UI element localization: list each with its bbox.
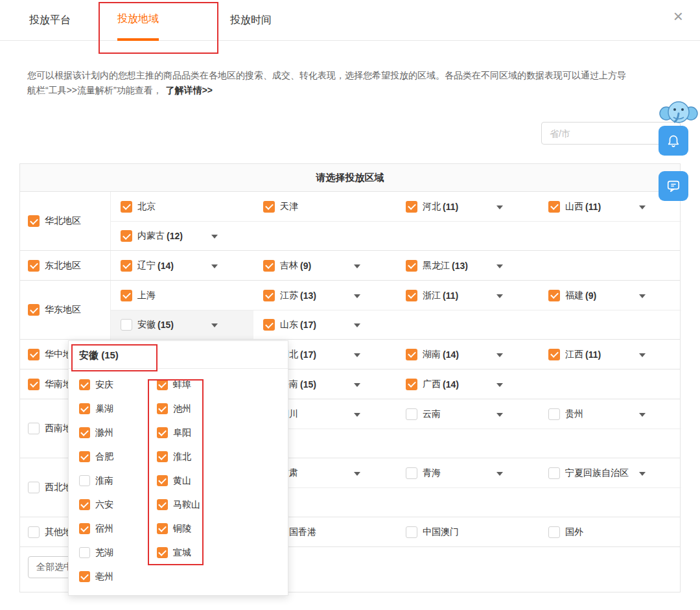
city-checkbox[interactable] (79, 379, 90, 390)
province-checkbox[interactable] (121, 290, 132, 301)
region-checkbox[interactable] (28, 260, 40, 272)
city-item[interactable]: 合肥 (79, 445, 157, 469)
province-checkbox[interactable] (548, 349, 560, 360)
chevron-down-icon[interactable] (496, 294, 503, 298)
province-cell[interactable]: 江苏(13) (253, 281, 396, 310)
province-checkbox[interactable] (548, 201, 560, 213)
learn-more-link[interactable]: 了解详情>> (166, 85, 213, 95)
chevron-down-icon[interactable] (639, 353, 646, 357)
province-cell[interactable]: 湖南(14) (396, 340, 539, 369)
province-cell[interactable]: 内蒙古(12) (111, 222, 253, 250)
province-cell[interactable]: 吉林(9) (253, 251, 396, 280)
region-checkbox[interactable] (28, 482, 40, 493)
city-checkbox[interactable] (157, 403, 168, 414)
province-checkbox[interactable] (121, 230, 132, 242)
chevron-down-icon[interactable] (496, 383, 503, 387)
notification-bell-button[interactable] (659, 126, 688, 156)
province-checkbox[interactable] (263, 290, 275, 301)
chevron-down-icon[interactable] (354, 294, 360, 298)
city-checkbox[interactable] (79, 475, 90, 486)
chevron-down-icon[interactable] (496, 205, 503, 209)
chevron-down-icon[interactable] (496, 264, 503, 268)
region-checkbox[interactable] (28, 379, 40, 390)
city-item[interactable]: 铜陵 (157, 517, 235, 541)
province-checkbox[interactable] (406, 526, 417, 538)
chevron-down-icon[interactable] (211, 264, 218, 268)
city-checkbox[interactable] (79, 499, 90, 510)
city-checkbox[interactable] (157, 379, 168, 390)
chevron-down-icon[interactable] (496, 353, 503, 357)
province-checkbox[interactable] (548, 526, 560, 538)
city-item[interactable]: 亳州 (79, 565, 157, 589)
region-checkbox[interactable] (28, 349, 40, 360)
region-checkbox[interactable] (28, 526, 40, 538)
city-item[interactable]: 黄山 (157, 469, 235, 493)
chevron-down-icon[interactable] (354, 264, 360, 268)
region-checkbox[interactable] (28, 304, 40, 316)
province-checkbox[interactable] (548, 467, 560, 479)
province-checkbox[interactable] (406, 467, 417, 479)
province-checkbox[interactable] (406, 408, 417, 420)
province-cell[interactable]: 福建(9) (539, 281, 681, 310)
chevron-down-icon[interactable] (639, 413, 646, 417)
city-item[interactable]: 阜阳 (157, 421, 235, 445)
city-item[interactable]: 芜湖 (79, 541, 157, 565)
tab-placement-time[interactable]: 投放时间 (230, 0, 272, 41)
city-checkbox[interactable] (79, 427, 90, 438)
province-cell[interactable]: 北京 (111, 192, 253, 221)
province-checkbox[interactable] (406, 201, 417, 213)
city-checkbox[interactable] (79, 451, 90, 462)
province-checkbox[interactable] (406, 260, 417, 272)
province-cell[interactable]: 辽宁(14) (111, 251, 253, 280)
city-item[interactable]: 池州 (157, 397, 235, 421)
province-cell[interactable]: 中国澳门 (396, 517, 539, 546)
province-cell[interactable]: 河北(11) (396, 192, 539, 221)
province-checkbox[interactable] (406, 290, 417, 301)
tab-placement-region[interactable]: 投放地域 (117, 0, 159, 41)
province-checkbox[interactable] (263, 260, 275, 272)
province-checkbox[interactable] (548, 290, 560, 301)
close-icon[interactable]: × (673, 8, 683, 25)
province-checkbox[interactable] (121, 260, 132, 272)
region-checkbox[interactable] (28, 215, 40, 227)
province-cell[interactable]: 青海 (396, 458, 539, 487)
province-checkbox[interactable] (263, 319, 275, 331)
province-cell[interactable]: 国外 (539, 517, 681, 546)
tab-placement-platform[interactable]: 投放平台 (29, 0, 71, 41)
city-checkbox[interactable] (157, 547, 168, 558)
province-cell[interactable]: 天津 (253, 192, 396, 221)
city-item[interactable]: 宣城 (157, 541, 235, 565)
city-item[interactable]: 蚌埠 (157, 373, 235, 397)
city-checkbox[interactable] (79, 571, 90, 582)
chevron-down-icon[interactable] (639, 205, 646, 209)
chevron-down-icon[interactable] (354, 323, 360, 327)
chevron-down-icon[interactable] (496, 472, 503, 476)
province-cell[interactable]: 黑龙江(13) (396, 251, 539, 280)
chevron-down-icon[interactable] (354, 472, 360, 476)
province-cell[interactable]: 云南 (396, 399, 539, 428)
city-item[interactable]: 安庆 (79, 373, 157, 397)
city-checkbox[interactable] (157, 451, 168, 462)
city-checkbox[interactable] (79, 403, 90, 414)
city-item[interactable]: 马鞍山 (157, 493, 235, 517)
province-checkbox[interactable] (121, 201, 132, 213)
city-checkbox[interactable] (157, 475, 168, 486)
province-cell[interactable]: 安徽(15) (111, 311, 253, 339)
chat-button[interactable] (659, 171, 688, 201)
province-cell[interactable]: 广西(14) (396, 370, 539, 399)
chevron-down-icon[interactable] (211, 235, 218, 239)
city-checkbox[interactable] (157, 427, 168, 438)
province-checkbox[interactable] (121, 319, 132, 331)
city-checkbox[interactable] (79, 523, 90, 534)
city-item[interactable]: 滁州 (79, 421, 157, 445)
province-cell[interactable]: 上海 (111, 281, 253, 310)
city-item[interactable]: 宿州 (79, 517, 157, 541)
city-checkbox[interactable] (157, 499, 168, 510)
province-cell[interactable]: 浙江(11) (396, 281, 539, 310)
city-item[interactable]: 淮北 (157, 445, 235, 469)
chevron-down-icon[interactable] (211, 323, 218, 327)
chevron-down-icon[interactable] (354, 353, 360, 357)
city-checkbox[interactable] (79, 547, 90, 558)
province-cell[interactable]: 宁夏回族自治区 (539, 458, 681, 487)
chevron-down-icon[interactable] (354, 413, 360, 417)
